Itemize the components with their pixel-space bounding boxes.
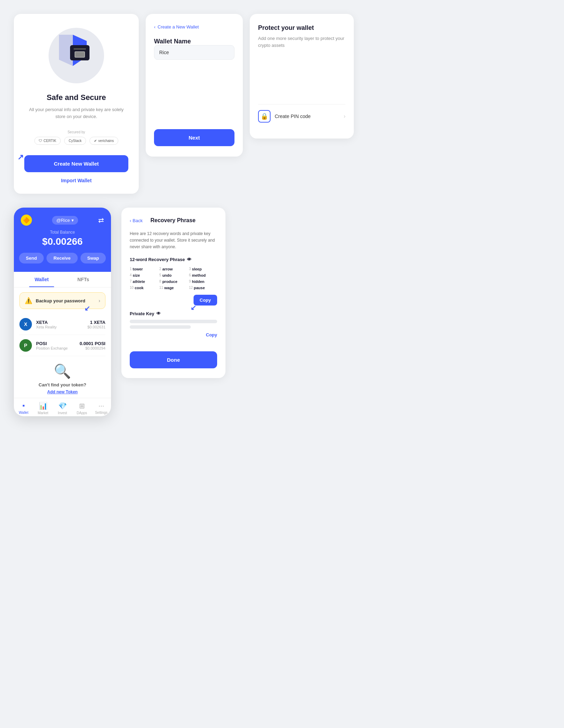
phrase-section-label: 12-word Recovery Phrase 👁: [130, 257, 217, 262]
xeta-name: Xeta Reality: [36, 325, 83, 329]
private-key-section: Private Key 👁 Copy: [130, 311, 217, 337]
wallet-nav-icon: ▪: [22, 402, 25, 410]
recovery-description: Here are 12 recovery words and private k…: [130, 231, 217, 251]
posi-usd: $0.0000294: [80, 346, 105, 350]
import-wallet-button[interactable]: Import Wallet: [61, 178, 92, 183]
wallet-name-label: Wallet Name: [154, 38, 191, 45]
nav-settings-label: Settings: [95, 411, 108, 415]
search-large-icon: 🔍: [54, 363, 71, 379]
phrase-word-9: 9 hidden: [189, 279, 217, 284]
backup-banner[interactable]: ⚠️ Backup your password ›: [19, 292, 105, 309]
card-recovery-phrase: ‹ Back Recovery Phrase Here are 12 recov…: [121, 208, 225, 378]
xeta-info: XETA Xeta Reality: [36, 320, 83, 329]
app-nav: ▪ Wallet 📊 Market 💎 Invest ⊞ DApps ··· S…: [14, 398, 111, 416]
scan-icon[interactable]: ⇄: [98, 216, 104, 224]
protect-description: Add one more security layer to protect y…: [258, 35, 345, 49]
add-token-link[interactable]: Add new Token: [47, 390, 78, 394]
back-navigation[interactable]: ‹ Create a New Wallet: [154, 24, 234, 30]
wallet-name-input[interactable]: [154, 45, 234, 60]
card-protect-wallet: Protect your wallet Add one more securit…: [250, 14, 354, 139]
nav-wallet-label: Wallet: [19, 411, 28, 415]
account-name: @Rice: [56, 218, 70, 223]
dapps-nav-icon: ⊞: [79, 402, 85, 410]
settings-nav-icon: ···: [99, 402, 104, 410]
backup-text: Backup your password: [36, 298, 95, 303]
receive-button[interactable]: Receive: [46, 253, 77, 263]
nav-invest[interactable]: 💎 Invest: [53, 402, 72, 415]
tab-nfts[interactable]: NFTs: [62, 272, 104, 287]
phrase-word-4: 4 size: [130, 273, 158, 277]
mobile-wallet-app: 🔶 @Rice ▾ ⇄ Total Balance $0.00266 Send …: [14, 208, 111, 416]
phrase-word-10: 10 cook: [130, 286, 158, 290]
done-button[interactable]: Done: [130, 351, 217, 368]
market-nav-icon: 📊: [39, 402, 48, 410]
copy-phrase-button[interactable]: Copy: [194, 295, 217, 306]
invest-nav-icon: 💎: [58, 402, 67, 410]
certik-badge: 🛡 CERTIK: [34, 137, 61, 145]
phrase-word-1: 1 tower: [130, 267, 158, 271]
certik-label: CERTIK: [44, 139, 57, 143]
total-balance-amount: $0.00266: [21, 236, 104, 247]
nav-wallet[interactable]: ▪ Wallet: [14, 402, 33, 415]
phrase-word-12: 12 pause: [189, 286, 217, 290]
phrase-label-text: 12-word Recovery Phrase: [130, 257, 185, 262]
token-item-xeta[interactable]: X XETA Xeta Reality 1 XETA $0.002631: [19, 314, 105, 335]
wallet-card-illustration: [70, 45, 89, 60]
card-create-wallet: ‹ Create a New Wallet Wallet Name Next: [146, 14, 243, 157]
secured-by-label: Secured by: [68, 130, 85, 134]
copy-private-key-button[interactable]: Copy: [206, 332, 217, 337]
private-key-copy-section: Copy: [130, 332, 217, 337]
private-key-label-text: Private Key: [130, 311, 154, 316]
posi-symbol: POSI: [36, 341, 76, 346]
xeta-icon: X: [19, 318, 32, 330]
posi-amounts: 0.0001 POSI $0.0000294: [80, 341, 105, 350]
recovery-back-button[interactable]: ‹ Back: [130, 218, 143, 223]
account-selector[interactable]: @Rice ▾: [52, 216, 78, 225]
total-balance-label: Total Balance: [21, 230, 104, 235]
phrase-word-6: 6 method: [189, 273, 217, 277]
token-item-posi[interactable]: P POSI Position Exchange 0.0001 POSI $0.…: [19, 335, 105, 356]
recovery-nav: ‹ Back Recovery Phrase: [130, 217, 217, 224]
posi-icon: P: [19, 339, 32, 352]
xeta-amounts: 1 XETA $0.002631: [87, 320, 105, 329]
eye-icon[interactable]: 👁: [187, 257, 191, 262]
swap-button[interactable]: Swap: [80, 253, 106, 263]
phrase-word-8: 8 produce: [159, 279, 187, 284]
nav-settings[interactable]: ··· Settings: [92, 402, 111, 415]
nav-invest-label: Invest: [58, 411, 67, 415]
create-wallet-arrow-indicator: ↗: [17, 153, 24, 162]
phrase-word-7: 7 athlete: [130, 279, 158, 284]
nav-dapps[interactable]: ⊞ DApps: [72, 402, 92, 415]
app-tabs: Wallet NFTs: [14, 272, 111, 287]
posi-name: Position Exchange: [36, 346, 76, 350]
backup-arrow-indicator: ↙: [84, 304, 90, 312]
nav-market[interactable]: 📊 Market: [33, 402, 53, 415]
safe-description: All your personal info and private key a…: [24, 106, 128, 120]
pin-chevron-icon: ›: [344, 113, 345, 119]
cystack-badge: CyStack: [64, 137, 86, 145]
app-topbar: 🔶 @Rice ▾ ⇄: [21, 215, 104, 226]
eye-icon-private[interactable]: 👁: [156, 311, 161, 316]
app-logo: 🔶: [21, 215, 32, 226]
send-button[interactable]: Send: [19, 253, 44, 263]
token-list: X XETA Xeta Reality 1 XETA $0.002631 P P…: [14, 314, 111, 356]
card-safe: Safe and Secure All your personal info a…: [14, 14, 139, 194]
create-pin-option[interactable]: 🔒 Create PIN code ›: [258, 104, 345, 128]
next-button[interactable]: Next: [154, 129, 234, 146]
app-body: Wallet NFTs ⚠️ Backup your password › ↙ …: [14, 272, 111, 398]
action-buttons: Send Receive Swap: [21, 253, 104, 263]
verichains-label: verichains: [98, 139, 114, 143]
create-new-wallet-button[interactable]: Create New Wallet: [24, 155, 128, 172]
recovery-phrase-grid: 1 tower 2 arrow 3 sleep 4 size 5 undo 6 …: [130, 267, 217, 290]
phrase-word-2: 2 arrow: [159, 267, 187, 271]
private-key-label: Private Key 👁: [130, 311, 217, 316]
protect-title: Protect your wallet: [258, 24, 345, 32]
tab-wallet[interactable]: Wallet: [21, 272, 62, 287]
back-label: Back: [133, 218, 143, 223]
phrase-word-5: 5 undo: [159, 273, 187, 277]
private-key-bar-2: [130, 325, 191, 329]
posi-info: POSI Position Exchange: [36, 341, 76, 350]
pin-lock-icon: 🔒: [258, 110, 271, 123]
account-chevron-icon: ▾: [71, 218, 74, 223]
verichains-icon: ✔: [94, 139, 97, 143]
